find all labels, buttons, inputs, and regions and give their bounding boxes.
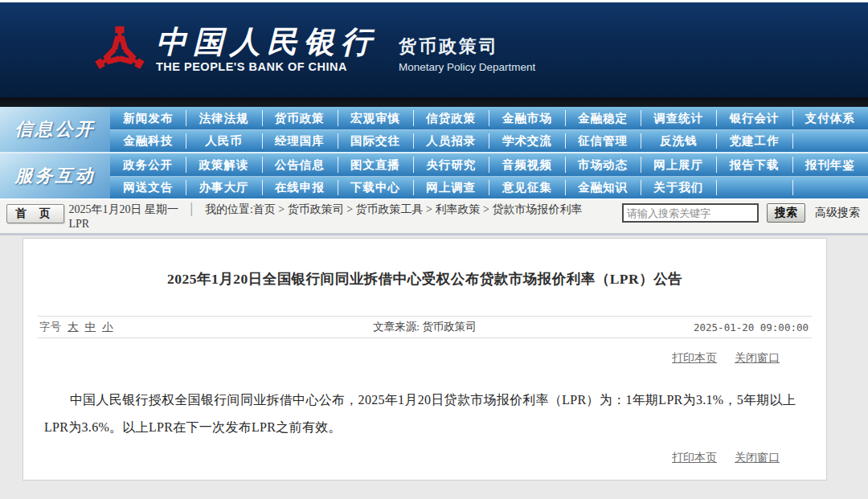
nav-item-bank-accounting[interactable]: 银行会计 (716, 107, 792, 129)
article-actions-bottom: 打印本页 关闭窗口 (23, 451, 826, 465)
nav-item-report-download[interactable]: 报告下载 (716, 153, 792, 176)
bank-name-cn: 中国人民银行 (156, 27, 378, 59)
nav-item-news[interactable]: 新闻发布 (110, 107, 186, 129)
print-page-link[interactable]: 打印本页 (672, 351, 717, 366)
nav-item-empty (716, 177, 792, 198)
nav-item-online-exhibition[interactable]: 网上展厅 (641, 153, 716, 176)
current-date: 2025年1月20日 星期一 (69, 203, 179, 215)
print-page-link[interactable]: 打印本页 (672, 451, 717, 465)
nav-item-market-dynamics[interactable]: 市场动态 (565, 153, 641, 176)
article-body: 中国人民银行授权全国银行间同业拆借中心公布，2025年1月20日贷款市场报价利率… (44, 387, 805, 441)
department-name-cn: 货币政策司 (399, 35, 535, 59)
nav-item-credit-policy[interactable]: 信贷政策 (413, 107, 489, 129)
header-banner: 中国人民银行 THE PEOPLE'S BANK OF CHINA 货币政策司 … (0, 2, 868, 97)
nav-item-download-center[interactable]: 下载中心 (338, 177, 413, 198)
nav-item-online-filing[interactable]: 在线申报 (262, 177, 338, 198)
nav-item-policy-interpretation[interactable]: 政策解读 (186, 153, 261, 176)
breadcrumb-path[interactable]: 我的位置:首页 > 货币政策司 > 货币政策工具 > 利率政策 > 贷款市场报价… (205, 203, 582, 215)
nav-item-service-hall[interactable]: 办事大厅 (186, 177, 261, 198)
nav-item-party-building[interactable]: 党建工作 (716, 130, 792, 152)
nav-item-about-us[interactable]: 关于我们 (641, 177, 716, 198)
article-meta-row: 字号 大 中 小 文章来源: 货币政策司 2025-01-20 09:00:00 (38, 316, 812, 338)
nav-item-announcements[interactable]: 公告信息 (262, 153, 338, 176)
nav-row: 新闻发布 法律法规 货币政策 宏观审慎 信贷政策 金融市场 金融稳定 调查统计 … (110, 107, 868, 129)
font-size-large-link[interactable]: 大 (68, 320, 79, 334)
search-button[interactable]: 搜索 (767, 203, 805, 223)
nav-item-gov-affairs[interactable]: 政务公开 (110, 153, 186, 176)
nav-item-financial-markets[interactable]: 金融市场 (489, 107, 564, 129)
nav-item-credit-reporting[interactable]: 征信管理 (565, 130, 641, 152)
nav-item-empty (792, 177, 868, 198)
article-card: 2025年1月20日全国银行间同业拆借中心受权公布贷款市场报价利率（LPR）公告… (23, 238, 827, 481)
article-actions-top: 打印本页 关闭窗口 (23, 351, 826, 366)
breadcrumb: 2025年1月20日 星期一 │ 我的位置:首页 > 货币政策司 > 货币政策工… (69, 202, 583, 231)
article-datetime: 2025-01-20 09:00:00 (694, 321, 812, 333)
nav-item-online-notices[interactable]: 网送文告 (110, 177, 186, 198)
article-title: 2025年1月20日全国银行间同业拆借中心受权公布贷款市场报价利率（LPR）公告 (23, 269, 826, 288)
nav-section-info: 信息公开 新闻发布 法律法规 货币政策 宏观审慎 信贷政策 金融市场 金融稳定 … (0, 107, 868, 152)
nav-item-international[interactable]: 国际交往 (338, 130, 413, 152)
nav-item-audio-video[interactable]: 音频视频 (489, 153, 564, 176)
nav-section-services: 服务互动 政务公开 政策解读 公告信息 图文直播 央行研究 音频视频 市场动态 … (0, 153, 868, 198)
nav-row: 政务公开 政策解读 公告信息 图文直播 央行研究 音频视频 市场动态 网上展厅 … (110, 153, 868, 176)
bank-name-en: THE PEOPLE'S BANK OF CHINA (156, 60, 378, 73)
search-input[interactable] (622, 203, 759, 223)
breadcrumb-divider: │ (188, 203, 196, 215)
nav-item-treasury[interactable]: 经理国库 (262, 130, 338, 152)
home-button[interactable]: 首 页 (6, 204, 64, 223)
nav-item-anti-money-laundering[interactable]: 反洗钱 (641, 130, 716, 152)
font-size-label: 字号 (39, 320, 61, 334)
nav-item-fintech[interactable]: 金融科技 (110, 130, 186, 152)
nav-row: 金融科技 人民币 经理国库 国际交往 人员招录 学术交流 征信管理 反洗钱 党建… (110, 129, 868, 152)
nav-item-statistics[interactable]: 调查统计 (641, 107, 716, 129)
nav-label-info-disclosure[interactable]: 信息公开 (0, 107, 110, 152)
main-navigation: 信息公开 新闻发布 法律法规 货币政策 宏观审慎 信贷政策 金融市场 金融稳定 … (0, 107, 868, 198)
close-window-link[interactable]: 关闭窗口 (735, 351, 780, 366)
close-window-link[interactable]: 关闭窗口 (735, 451, 780, 465)
advanced-search-link[interactable]: 高级搜索 (815, 206, 860, 220)
nav-item-research[interactable]: 央行研究 (413, 153, 489, 176)
breadcrumb-bar: 首 页 2025年1月20日 星期一 │ 我的位置:首页 > 货币政策司 > 货… (0, 200, 868, 235)
nav-item-laws[interactable]: 法律法规 (186, 107, 261, 129)
breadcrumb-current-page[interactable]: LPR (69, 218, 90, 230)
nav-item-live-broadcast[interactable]: 图文直播 (338, 153, 413, 176)
nav-item-empty (792, 130, 868, 152)
department-name-en: Monetary Policy Department (399, 61, 535, 73)
nav-row: 网送文告 办事大厅 在线申报 下载中心 网上调查 意见征集 金融知识 关于我们 (110, 176, 868, 198)
nav-item-periodicals[interactable]: 报刊年鉴 (792, 153, 868, 176)
nav-item-financial-knowledge[interactable]: 金融知识 (565, 177, 641, 198)
font-size-small-link[interactable]: 小 (102, 320, 113, 334)
pboc-logo-icon (95, 24, 145, 76)
nav-item-financial-stability[interactable]: 金融稳定 (565, 107, 641, 129)
header-divider (0, 97, 868, 107)
nav-item-monetary-policy[interactable]: 货币政策 (262, 107, 338, 129)
font-size-medium-link[interactable]: 中 (85, 320, 96, 334)
nav-item-academic-exchange[interactable]: 学术交流 (489, 130, 564, 152)
nav-item-solicit-opinions[interactable]: 意见征集 (489, 177, 564, 198)
nav-label-service-interaction[interactable]: 服务互动 (0, 153, 110, 198)
nav-item-online-survey[interactable]: 网上调查 (413, 177, 489, 198)
page-background: 2025年1月20日全国银行间同业拆借中心受权公布贷款市场报价利率（LPR）公告… (0, 235, 868, 499)
nav-item-macroprudential[interactable]: 宏观审慎 (338, 107, 413, 129)
nav-item-recruitment[interactable]: 人员招录 (413, 130, 489, 152)
nav-item-renminbi[interactable]: 人民币 (186, 130, 261, 152)
nav-item-payment-system[interactable]: 支付体系 (792, 107, 868, 129)
